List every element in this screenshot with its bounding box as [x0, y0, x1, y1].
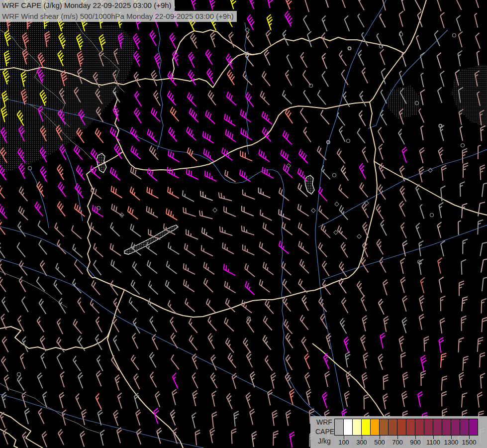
- cape-legend-cell: [352, 419, 362, 436]
- cape-legend-cell: [469, 419, 478, 436]
- map-title-windshear: WRF Wind shear (m/s) 500/1000hPa Monday …: [0, 11, 237, 22]
- legend-tick-label: 1500: [462, 439, 477, 446]
- cape-legend-cell: [370, 419, 380, 436]
- cape-legend-cell: [460, 419, 469, 436]
- legend-tick-label: 500: [374, 439, 385, 446]
- cape-legend-cell: [442, 419, 451, 436]
- legend-tick-label: 1300: [444, 439, 459, 446]
- cape-legend-cell: [451, 419, 460, 436]
- weather-map-canvas: [0, 0, 487, 448]
- cape-legend-cell: [397, 419, 406, 436]
- cape-legend-cell: [334, 419, 344, 436]
- legend-label-cape: CAPE: [315, 427, 333, 437]
- weather-map-page: WRF CAPE (J/kg) Monday 22-09-2025 03:00 …: [0, 0, 487, 448]
- cape-legend-cell: [361, 419, 371, 436]
- legend-label-wrf: WRF: [315, 418, 333, 427]
- cape-legend-cell: [406, 419, 415, 436]
- cape-legend-cell: [388, 419, 397, 436]
- map-title-cape: WRF CAPE (J/kg) Monday 22-09-2025 03:00 …: [0, 0, 175, 11]
- legend-label: WRF CAPE J/kg: [315, 418, 333, 446]
- cape-legend-cell: [379, 419, 389, 436]
- cape-legend-cell: [433, 419, 442, 436]
- legend-label-unit: J/kg: [315, 437, 333, 446]
- cape-legend-cell: [343, 419, 353, 436]
- legend-tick-label: 900: [410, 439, 421, 446]
- cape-colorbar: [334, 419, 478, 436]
- legend-tick-label: 100: [338, 439, 349, 446]
- cape-legend-cell: [415, 419, 424, 436]
- legend-tick-label: 1100: [426, 439, 440, 446]
- legend-tick-label: 700: [392, 439, 403, 446]
- legend-tick-label: 300: [356, 439, 367, 446]
- cape-legend: WRF CAPE J/kg 10030050070090011001300150…: [310, 416, 487, 448]
- cape-legend-cell: [424, 419, 433, 436]
